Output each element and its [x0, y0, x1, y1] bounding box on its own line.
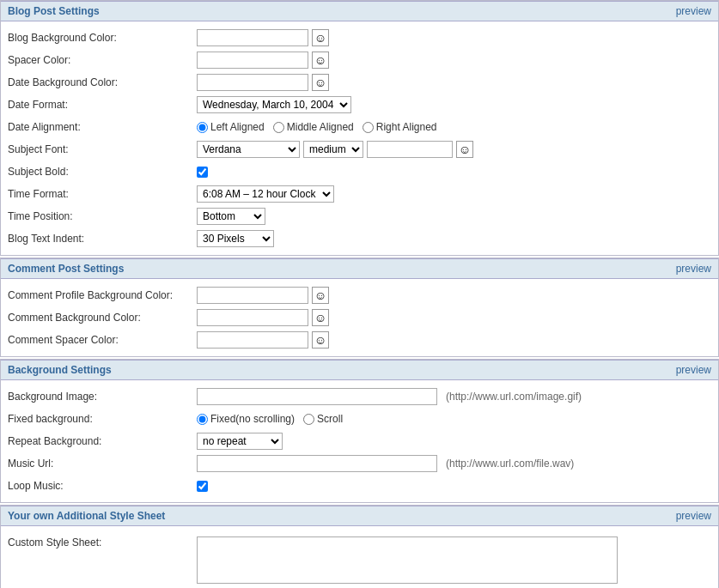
background-image-hint: (http://www.url.com/image.gif): [446, 391, 582, 403]
subject-bold-row: Subject Bold:: [1, 161, 718, 183]
fixed-background-row: Fixed background: Fixed(no scrolling) Sc…: [1, 408, 718, 430]
date-alignment-right-label[interactable]: Right Aligned: [363, 121, 437, 133]
date-format-select[interactable]: Wednesday, March 10, 2004: [197, 96, 351, 113]
date-alignment-middle-radio[interactable]: [273, 122, 284, 133]
date-bg-color-row: Date Background Color: #B1D0F0 ☺: [1, 71, 718, 94]
date-alignment-right-radio[interactable]: [363, 122, 374, 133]
comment-spacer-color-picker-button[interactable]: ☺: [312, 331, 329, 349]
blog-post-settings-header: Blog Post Settings preview: [1, 1, 718, 21]
repeat-background-select[interactable]: no repeat repeat repeat-x repeat-y: [197, 433, 283, 450]
blog-text-indent-control: 30 Pixels: [197, 230, 711, 247]
time-format-label: Time Format:: [8, 188, 197, 200]
date-format-row: Date Format: Wednesday, March 10, 2004: [1, 94, 718, 116]
loop-music-checkbox[interactable]: [197, 481, 208, 492]
comment-post-preview-link[interactable]: preview: [676, 263, 711, 275]
blog-text-indent-select[interactable]: 30 Pixels: [197, 230, 274, 247]
date-alignment-middle-label[interactable]: Middle Aligned: [273, 121, 354, 133]
music-url-input[interactable]: [197, 455, 437, 472]
comment-post-settings-title: Comment Post Settings: [8, 263, 124, 275]
blog-bg-color-row: Blog Background Color: #B1D0F0 ☺: [1, 27, 718, 49]
subject-font-label: Subject Font:: [8, 143, 197, 155]
date-alignment-control: Left Aligned Middle Aligned Right Aligne…: [197, 121, 711, 133]
blog-bg-color-label: Blog Background Color:: [8, 32, 197, 44]
custom-style-sheet-textarea[interactable]: [197, 536, 618, 584]
fixed-background-control: Fixed(no scrolling) Scroll: [197, 413, 711, 425]
fixed-background-label: Fixed background:: [8, 413, 197, 425]
comment-spacer-color-row: Comment Spacer Color: #FFFFFF ☺: [1, 329, 718, 351]
subject-font-select[interactable]: Verdana: [197, 141, 300, 158]
subject-font-control: Verdana medium #000000 ☺: [197, 141, 711, 158]
comment-post-settings-header: Comment Post Settings preview: [1, 258, 718, 279]
background-preview-link[interactable]: preview: [676, 364, 711, 376]
background-image-control: (http://www.url.com/image.gif): [197, 388, 711, 405]
blog-bg-color-input[interactable]: #B1D0F0: [197, 29, 308, 46]
fixed-background-scroll-radio[interactable]: [303, 414, 314, 425]
fixed-background-fixed-label[interactable]: Fixed(no scrolling): [197, 413, 295, 425]
fixed-background-fixed-radio[interactable]: [197, 414, 208, 425]
time-position-select[interactable]: Bottom: [197, 208, 265, 225]
music-url-control: (http://www.url.com/file.wav): [197, 455, 711, 472]
music-url-row: Music Url: (http://www.url.com/file.wav): [1, 452, 718, 475]
subject-font-color-picker-button[interactable]: ☺: [456, 141, 473, 158]
style-sheet-header: Your own Additional Style Sheet preview: [1, 506, 718, 526]
repeat-background-control: no repeat repeat repeat-x repeat-y: [197, 433, 711, 450]
blog-post-preview-link[interactable]: preview: [676, 5, 711, 17]
spacer-color-input[interactable]: #FFFFFF: [197, 52, 308, 69]
date-alignment-left-label[interactable]: Left Aligned: [197, 121, 265, 133]
comment-profile-bg-color-input[interactable]: #FF9933: [197, 287, 308, 304]
comment-bg-color-picker-button[interactable]: ☺: [312, 309, 329, 326]
comment-spacer-color-input[interactable]: #FFFFFF: [197, 331, 308, 349]
blog-bg-color-picker-button[interactable]: ☺: [312, 29, 329, 46]
time-format-select[interactable]: 6:08 AM – 12 hour Clock: [197, 185, 334, 203]
music-url-hint: (http://www.url.com/file.wav): [446, 458, 574, 470]
repeat-background-label: Repeat Background:: [8, 435, 197, 447]
loop-music-label: Loop Music:: [8, 480, 197, 492]
subject-bold-checkbox[interactable]: [197, 167, 208, 178]
blog-post-settings-title: Blog Post Settings: [8, 5, 100, 17]
custom-style-sheet-row: Custom Style Sheet:: [1, 531, 718, 586]
background-settings-section: Background Settings preview Background I…: [0, 359, 719, 503]
comment-profile-bg-color-label: Comment Profile Background Color:: [8, 289, 197, 301]
comment-spacer-color-control: #FFFFFF ☺: [197, 331, 711, 349]
blog-post-settings-section: Blog Post Settings preview Blog Backgrou…: [0, 0, 719, 256]
comment-post-settings-section: Comment Post Settings preview Comment Pr…: [0, 258, 719, 357]
comment-profile-bg-color-row: Comment Profile Background Color: #FF993…: [1, 284, 718, 306]
repeat-background-row: Repeat Background: no repeat repeat repe…: [1, 430, 718, 452]
subject-font-color-input[interactable]: #000000: [367, 141, 453, 158]
spacer-color-label: Spacer Color:: [8, 54, 197, 66]
comment-bg-color-label: Comment Background Color:: [8, 312, 197, 324]
style-sheet-title: Your own Additional Style Sheet: [8, 510, 165, 522]
comment-bg-color-control: #F9D6B4 ☺: [197, 309, 711, 326]
background-settings-body: Background Image: (http://www.url.com/im…: [1, 380, 718, 502]
background-image-label: Background Image:: [8, 391, 197, 403]
comment-profile-bg-color-picker-button[interactable]: ☺: [312, 287, 329, 304]
spacer-color-row: Spacer Color: #FFFFFF ☺: [1, 49, 718, 71]
music-url-label: Music Url:: [8, 458, 197, 470]
style-sheet-preview-link[interactable]: preview: [676, 510, 711, 522]
date-alignment-row: Date Alignment: Left Aligned Middle Alig…: [1, 116, 718, 138]
fixed-background-fixed-text: Fixed(no scrolling): [210, 413, 295, 425]
background-settings-header: Background Settings preview: [1, 360, 718, 380]
date-bg-color-input[interactable]: #B1D0F0: [197, 74, 308, 91]
style-sheet-section: Your own Additional Style Sheet preview …: [0, 505, 719, 588]
subject-font-size-select[interactable]: medium: [303, 141, 363, 158]
spacer-color-picker-button[interactable]: ☺: [312, 52, 329, 69]
custom-style-sheet-label: Custom Style Sheet:: [8, 536, 197, 549]
date-bg-color-picker-button[interactable]: ☺: [312, 74, 329, 91]
loop-music-control: [197, 481, 711, 492]
date-alignment-label: Date Alignment:: [8, 121, 197, 133]
date-format-control: Wednesday, March 10, 2004: [197, 96, 711, 113]
subject-bold-control: [197, 167, 711, 178]
date-bg-color-control: #B1D0F0 ☺: [197, 74, 711, 91]
fixed-background-scroll-label[interactable]: Scroll: [303, 413, 343, 425]
time-format-row: Time Format: 6:08 AM – 12 hour Clock: [1, 183, 718, 205]
comment-spacer-color-label: Comment Spacer Color:: [8, 334, 197, 346]
time-position-label: Time Position:: [8, 210, 197, 222]
background-image-input[interactable]: [197, 388, 437, 405]
date-alignment-left-radio[interactable]: [197, 122, 208, 133]
time-format-control: 6:08 AM – 12 hour Clock: [197, 185, 711, 203]
blog-bg-color-control: #B1D0F0 ☺: [197, 29, 711, 46]
fixed-background-scroll-text: Scroll: [317, 413, 343, 425]
blog-text-indent-row: Blog Text Indent: 30 Pixels: [1, 227, 718, 250]
comment-bg-color-input[interactable]: #F9D6B4: [197, 309, 308, 326]
